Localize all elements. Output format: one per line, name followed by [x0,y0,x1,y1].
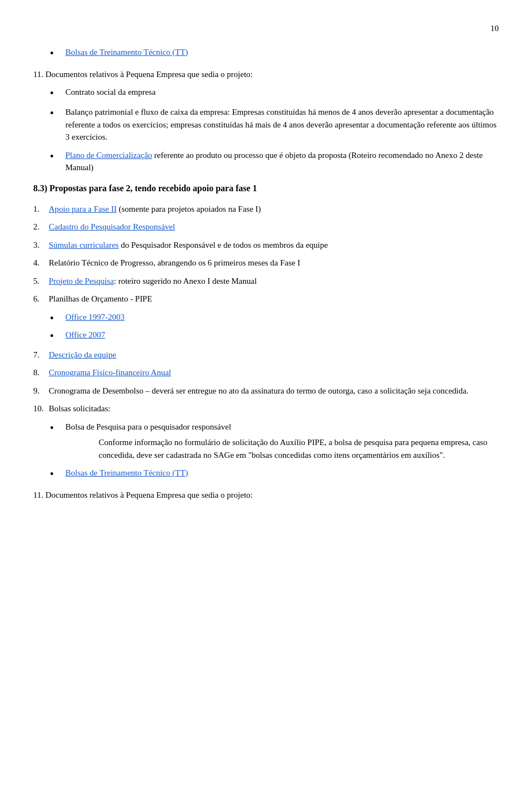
bolsa-pesquisa-text: Bolsa de Pesquisa para o pesquisador res… [65,422,231,431]
list-item: • Bolsas de Treinamento Técnico (TT) [33,46,499,60]
bullet-dot: • [50,467,65,481]
numbered-item-4: 4. Relatório Técnico de Progresso, abran… [33,257,499,269]
item-num-5: 5. [33,275,49,288]
item-num-6: 6. [33,293,49,305]
cronograma-fisico-link[interactable]: Cronograma Físico-financeiro Anual [49,368,171,377]
projeto-rest: : roteiro sugerido no Anexo I deste Manu… [114,277,257,285]
bolsa-pesquisa-indent: Conforme informação no formulário de sol… [99,436,499,461]
numbered-item-8: 8. Cronograma Físico-financeiro Anual [33,366,499,379]
contrato-social-text: Contrato social da empresa [65,86,499,99]
page-number: 10 [33,22,499,35]
office-1997-link[interactable]: Office 1997-2003 [65,313,125,321]
section-11-bullet-list: • Contrato social da empresa • Balanço p… [33,86,499,174]
balanco-text: Balanço patrimonial e fluxo de caixa da … [65,106,499,144]
item-num-1: 1. [33,203,49,216]
item-text-10: Bolsas solicitadas: [49,402,499,415]
numbered-item-2: 2. Cadastro do Pesquisador Responsável [33,221,499,233]
bullet-text: Bolsas de Treinamento Técnico (TT) [65,46,499,59]
plano-comercializacao-item: Plano de Comercialização referente ao pr… [65,149,499,174]
apoio-fase-ii-link[interactable]: Apoio para a Fase II [49,205,116,213]
office-bullet-list: • Office 1997-2003 • Office 2007 [50,311,499,343]
item-text-9: Cronograma de Desembolso – deverá ser en… [49,385,499,397]
numbered-item-7: 7. Descrição da equipe [33,349,499,361]
list-item: • Bolsas de Treinamento Técnico (TT) [33,467,499,481]
bullet-dot: • [50,311,65,325]
content-area: 10 • Bolsas de Treinamento Técnico (TT) … [33,22,499,502]
office-2007-link[interactable]: Office 2007 [65,330,105,339]
numbered-item-5: 5. Projeto de Pesquisa: roteiro sugerido… [33,275,499,288]
bottom-tt-bullet-list: • Bolsas de Treinamento Técnico (TT) [33,467,499,481]
bullet-dot: • [50,421,65,435]
bullet-dot: • [50,329,65,343]
descricao-equipe-link[interactable]: Descrição da equipe [49,350,116,359]
projeto-pesquisa-link[interactable]: Projeto de Pesquisa [49,277,114,285]
bullet-dot: • [50,46,65,60]
numbered-item-6: 6. Planilhas de Orçamento - PIPE [33,293,499,305]
cadastro-pesquisador-link[interactable]: Cadastro do Pesquisador Responsável [49,222,175,231]
numbered-item-1: 1. Apoio para a Fase II (somente para pr… [33,203,499,216]
apoio-fase-ii-rest: (somente para projetos apoiados na Fase … [116,205,260,213]
item-num-4: 4. [33,257,49,269]
list-item: • Office 1997-2003 [50,311,499,325]
bolsa-bullet-list: • Bolsa de Pesquisa para o pesquisador r… [50,421,499,462]
bullet-dot: • [50,106,65,120]
item-text-2: Cadastro do Pesquisador Responsável [49,221,499,233]
bottom-tt-text: Bolsas de Treinamento Técnico (TT) [65,467,499,479]
item-text-7: Descrição da equipe [49,349,499,361]
item-num-8: 8. [33,366,49,379]
section-83-heading: 8.3) Propostas para fase 2, tendo recebi… [33,182,499,195]
list-item: • Plano de Comercialização referente ao … [33,149,499,174]
item-num-3: 3. [33,239,49,252]
numbered-item-10: 10. Bolsas solicitadas: [33,402,499,415]
bolsa-pesquisa-item: Bolsa de Pesquisa para o pesquisador res… [65,421,499,462]
numbered-item-9: 9. Cronograma de Desembolso – deverá ser… [33,385,499,397]
item-text-5: Projeto de Pesquisa: roteiro sugerido no… [49,275,499,288]
item-text-6: Planilhas de Orçamento - PIPE [49,293,499,305]
section-11-bottom-heading: 11. Documentos relativos à Pequena Empre… [33,489,499,502]
bullet-dot: • [50,149,65,164]
item-text-4: Relatório Técnico de Progresso, abrangen… [49,257,499,269]
item-num-10: 10. [33,402,49,415]
numbered-item-3: 3. Súmulas curriculares do Pesquisador R… [33,239,499,252]
item-text-8: Cronograma Físico-financeiro Anual [49,366,499,379]
bolsas-tt-link-top[interactable]: Bolsas de Treinamento Técnico (TT) [65,48,188,57]
bullet-dot: • [50,86,65,100]
item-text-3: Súmulas curriculares do Pesquisador Resp… [49,239,499,252]
top-bullet-list: • Bolsas de Treinamento Técnico (TT) [33,46,499,60]
bolsas-tt-link-bottom[interactable]: Bolsas de Treinamento Técnico (TT) [65,468,188,477]
sumulas-link[interactable]: Súmulas curriculares [49,241,119,249]
item-num-7: 7. [33,349,49,361]
list-item: • Bolsa de Pesquisa para o pesquisador r… [50,421,499,462]
list-item: • Balanço patrimonial e fluxo de caixa d… [33,106,499,144]
list-item: • Contrato social da empresa [33,86,499,100]
item-num-2: 2. [33,221,49,233]
list-item: • Office 2007 [50,329,499,343]
sumulas-rest: do Pesquisador Responsável e de todos os… [119,241,328,249]
office-2007-item: Office 2007 [65,329,105,341]
plano-comercializacao-link[interactable]: Plano de Comercialização [65,151,152,160]
item-text-1: Apoio para a Fase II (somente para proje… [49,203,499,216]
office-1997-item: Office 1997-2003 [65,311,125,324]
section-11-heading: 11. Documentos relativos à Pequena Empre… [33,68,499,81]
item-num-9: 9. [33,385,49,397]
